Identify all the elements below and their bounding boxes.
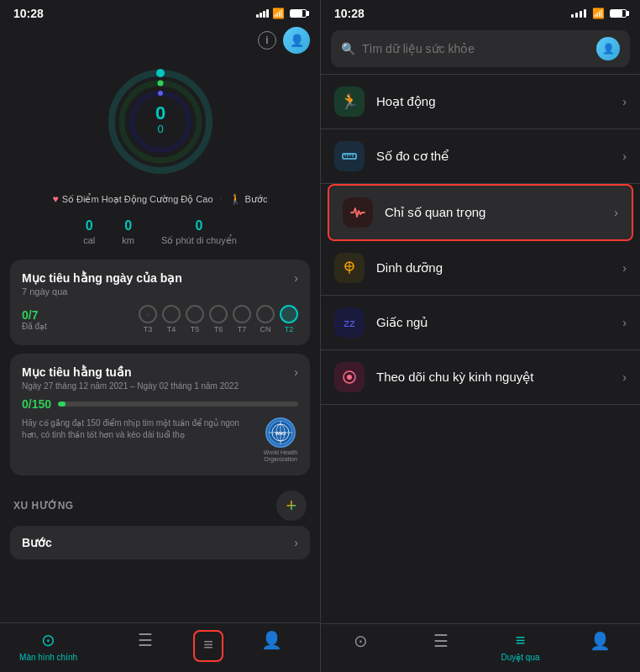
sleep-chevron: › [622,316,627,329]
profile-icon: 👤 [261,630,282,650]
activity-icon: 🏃 [334,87,365,117]
cycle-label: Theo dõi chu kỳ kinh nguyệt [376,370,622,385]
who-emblem: WHO [268,420,293,445]
activity-labels: ♥ Số Điểm Hoạt Động Cường Độ Cao · 🚶 Bướ… [0,190,320,215]
right-battery-icon [610,9,627,18]
daily-goal-row: 0/7 Đã đạt ○ T3 T4 T5 T6 [22,305,298,333]
menu-list: 🏃 Hoạt động › Số đo cơ thể › [321,74,640,623]
right-nav-browse[interactable]: ≡ Duyệt qua [480,631,560,662]
nutrition-label: Dinh dưỡng [376,260,622,276]
avatar[interactable]: 👤 [283,27,310,54]
nutrition-chevron: › [622,261,627,275]
right-nav-profile[interactable]: 👤 [560,631,640,662]
left-top-bar: i 👤 [0,24,320,60]
svg-point-25 [347,375,352,380]
right-notes-icon: ☰ [433,631,449,651]
browse-icon: ≡ [203,635,213,654]
ruler-icon [341,148,358,165]
right-status-icons: 📶 [571,8,627,19]
day-t5: T5 [186,305,204,333]
left-bottom-nav: ⊙ Màn hình chính ☰ ≡ 👤 [0,622,320,672]
day-t6: T6 [209,305,228,333]
svg-point-2 [156,69,165,77]
right-browse-icon: ≡ [516,631,526,650]
nav-profile[interactable]: 👤 [223,630,320,662]
who-text: World Health Organization [263,449,298,464]
search-bar[interactable]: 🔍 👤 [331,30,630,67]
battery-icon [290,9,307,18]
svg-text:ᴢᴢ: ᴢᴢ [344,317,355,329]
cycle-svg-icon [341,369,358,386]
left-time: 10:28 [13,7,44,20]
day-t7: T7 [233,305,251,333]
menu-item-nutrition[interactable]: Dinh dưỡng › [321,241,640,296]
vital-icon [343,197,373,228]
walk-icon: 🚶 [229,193,242,205]
nav-browse-highlight[interactable]: ≡ [193,630,223,662]
steps-row[interactable]: Bước › [10,526,310,559]
steps-chevron: › [294,536,298,549]
stats-row: 0 cal 0 km 0 Số phút di chuyển [0,215,320,260]
menu-item-activity[interactable]: 🏃 Hoạt động › [321,74,640,129]
weekly-goal-card: Mục tiêu hằng tuần Ngày 27 tháng 12 năm … [10,354,310,475]
body-chevron: › [622,150,627,163]
weekly-progress-value: 0/150 [22,397,51,411]
cycle-chevron: › [622,370,627,384]
sleep-svg-icon: ᴢᴢ [341,314,358,331]
right-time: 10:28 [334,7,365,20]
daily-card-subtitle: 7 ngày qua [22,286,182,297]
day-t4: T4 [162,305,181,333]
weekly-card-title: Mục tiêu hằng tuần [22,365,239,379]
menu-item-cycle[interactable]: Theo dõi chu kỳ kinh nguyệt › [321,350,640,405]
trend-label: XU HƯỚNG [13,500,74,512]
who-logo: WHO World Health Organization [263,417,298,464]
right-nav-notes[interactable]: ☰ [401,631,480,662]
right-browse-label: Duyệt qua [501,653,539,662]
nutrition-icon [334,253,365,283]
weekly-progress-bar [58,402,298,407]
home-icon: ⊙ [41,630,55,650]
weekly-progress-row: 0/150 [22,397,298,411]
right-bottom-nav: ⊙ ☰ ≡ Duyệt qua 👤 [321,623,640,672]
menu-item-vital[interactable]: Chỉ số quan trọng › [329,186,632,239]
search-avatar[interactable]: 👤 [596,37,620,60]
heart-icon: ♥ [53,193,59,205]
right-home-icon: ⊙ [354,631,368,651]
day-t3: ○ T3 [139,305,157,333]
svg-text:WHO: WHO [275,431,286,436]
day-cn: CN [256,305,275,333]
search-input[interactable] [362,42,590,55]
vital-chevron: › [614,206,618,219]
svg-text:0: 0 [157,123,163,135]
sleep-icon: ᴢᴢ [334,307,365,338]
stat-minutes: 0 Số phút di chuyển [161,218,237,246]
day-circles: ○ T3 T4 T5 T6 T7 [139,305,298,333]
body-icon [334,141,365,171]
activity-label: Hoạt động [376,94,622,109]
left-status-bar: 10:28 📶 [0,0,320,24]
left-status-icons: 📶 [256,8,307,19]
svg-text:0: 0 [155,102,165,123]
menu-item-sleep[interactable]: ᴢᴢ Giấc ngủ › [321,296,640,350]
info-icon[interactable]: i [258,31,276,50]
right-nav-home[interactable]: ⊙ [321,631,401,662]
weekly-card-chevron[interactable]: › [294,365,298,379]
menu-item-body[interactable]: Số đo cơ thể › [321,129,640,184]
heart-rate-label: ♥ Số Điểm Hoạt Động Cường Độ Cao [53,193,213,205]
plus-icon: + [286,496,297,515]
signal-icon [256,9,269,18]
nav-notes[interactable]: ☰ [97,630,193,662]
weekly-date-range: Ngày 27 tháng 12 năm 2021 – Ngày 02 thán… [22,381,239,391]
wifi-icon: 📶 [272,8,285,19]
daily-card-chevron[interactable]: › [294,271,298,285]
stat-cal: 0 cal [83,218,95,246]
add-button[interactable]: + [276,491,307,521]
activity-ring: 0 0 [106,67,215,176]
heartrate-icon [349,204,366,221]
weekly-card-header: Mục tiêu hằng tuần Ngày 27 tháng 12 năm … [22,365,298,391]
daily-goal-card: Mục tiêu hằng ngày của bạn 7 ngày qua › … [10,260,310,345]
divider: · [220,193,223,205]
day-t2: T2 [280,305,298,333]
left-panel: 10:28 📶 i 👤 [0,0,320,672]
nav-home[interactable]: ⊙ Màn hình chính [0,630,97,662]
